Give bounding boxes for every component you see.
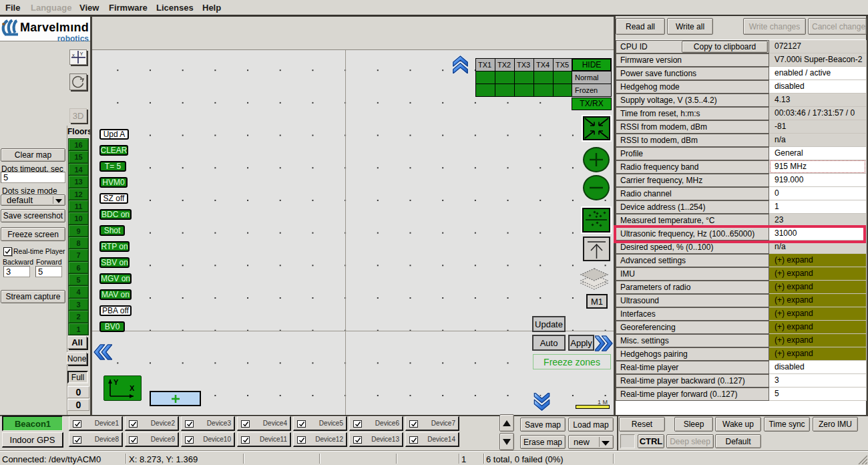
svg-text:x: x: [72, 52, 75, 58]
svg-text:Y: Y: [114, 378, 119, 386]
svg-text:Y: Y: [80, 51, 83, 57]
svg-text:X: X: [130, 384, 135, 392]
